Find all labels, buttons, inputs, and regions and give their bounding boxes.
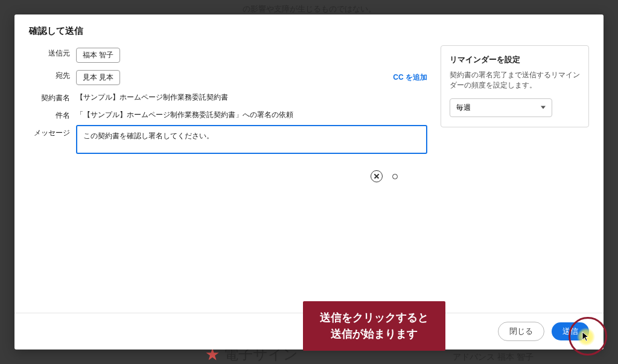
reminder-title: リマインダーを設定 bbox=[450, 54, 580, 65]
recipient-chip[interactable]: 見本 見本 bbox=[76, 70, 120, 85]
tooltip-line-2: 送信が始まります bbox=[320, 326, 428, 342]
sender-chip[interactable]: 福本 智子 bbox=[76, 48, 120, 63]
send-button[interactable]: 送信 bbox=[552, 322, 589, 340]
close-circle-icon[interactable] bbox=[371, 170, 383, 182]
contract-name-label: 契約書名 bbox=[29, 90, 70, 103]
reminder-panel: リマインダーを設定 契約書の署名完了まで送信するリマインダーの頻度を設定します。… bbox=[441, 45, 589, 127]
message-textarea[interactable] bbox=[76, 125, 427, 154]
confirm-send-modal: 確認して送信 送信元 福本 智子 宛先 見本 見本 CC を追加 契約書名 【サ… bbox=[14, 14, 604, 350]
reminder-description: 契約書の署名完了まで送信するリマインダーの頻度を設定します。 bbox=[450, 70, 580, 91]
subject-value: 「【サンプル】ホームページ制作業務委託契約書」への署名の依頼 bbox=[76, 107, 427, 120]
reminder-frequency-select[interactable]: 毎週 bbox=[450, 98, 552, 117]
message-label: メッセージ bbox=[29, 125, 70, 138]
tooltip-line-1: 送信をクリックすると bbox=[320, 310, 428, 326]
instruction-tooltip: 送信をクリックすると 送信が始まります bbox=[303, 301, 445, 351]
contract-name-value: 【サンプル】ホームページ制作業務委託契約書 bbox=[76, 90, 427, 103]
recipient-label: 宛先 bbox=[29, 68, 70, 80]
reminder-selected-value: 毎週 bbox=[456, 103, 471, 113]
subject-label: 件名 bbox=[29, 107, 70, 120]
floating-controls bbox=[371, 170, 398, 182]
add-cc-link[interactable]: CC を追加 bbox=[393, 72, 427, 83]
close-button[interactable]: 閉じる bbox=[498, 322, 544, 341]
sender-label: 送信元 bbox=[29, 45, 70, 58]
backdrop-top-text: の影響や支障が生じるものではない。 bbox=[243, 4, 376, 14]
backdrop-user: アドバンス 福本 智子 bbox=[453, 352, 534, 363]
modal-title: 確認して送信 bbox=[14, 14, 604, 45]
small-circle-icon[interactable] bbox=[392, 174, 398, 179]
